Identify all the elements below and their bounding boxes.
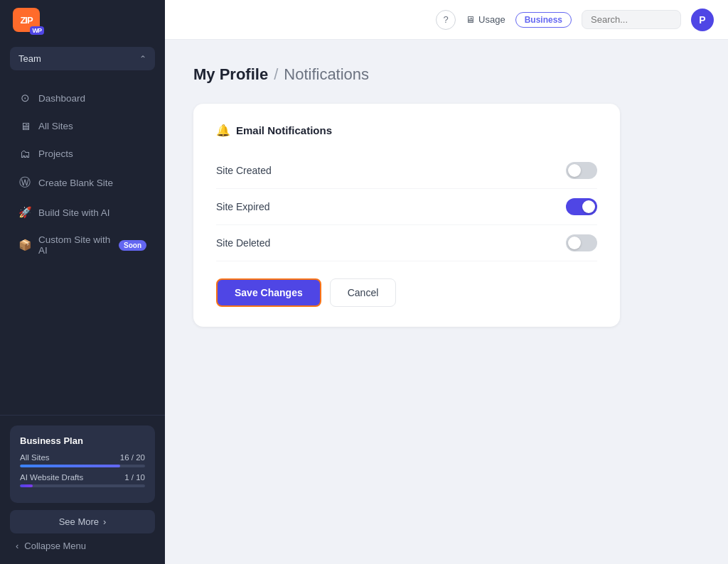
site-expired-toggle-track xyxy=(566,198,597,215)
sidebar-item-build-site-ai[interactable]: 🚀 Build Site with AI xyxy=(6,199,159,226)
breadcrumb-separator: / xyxy=(274,65,278,84)
dashboard-icon: ⊙ xyxy=(18,92,31,104)
soon-badge: Soon xyxy=(119,240,146,251)
all-sites-usage-label: All Sites xyxy=(20,453,50,462)
rocket-icon: 🚀 xyxy=(18,206,31,219)
site-deleted-toggle-thumb xyxy=(568,237,581,249)
cancel-button[interactable]: Cancel xyxy=(330,278,397,307)
plan-badge[interactable]: Business xyxy=(515,12,572,28)
avatar[interactable]: P xyxy=(691,9,714,31)
breadcrumb: My Profile / Notifications xyxy=(193,65,700,84)
sidebar-item-projects[interactable]: 🗂 Projects xyxy=(6,141,159,167)
all-sites-progress-bar xyxy=(20,465,145,467)
section-title: 🔔 Email Notifications xyxy=(216,124,597,137)
page-content: My Profile / Notifications 🔔 Email Notif… xyxy=(165,40,728,564)
team-selector-label: Team xyxy=(18,53,41,64)
logo-wp-badge: WP xyxy=(30,26,45,35)
notification-row-site-expired: Site Expired xyxy=(216,189,597,225)
notifications-card: 🔔 Email Notifications Site Created Site … xyxy=(193,104,620,327)
usage-button[interactable]: 🖥 Usage xyxy=(466,14,505,25)
projects-icon: 🗂 xyxy=(18,148,31,160)
wordpress-icon: Ⓦ xyxy=(18,175,31,190)
breadcrumb-parent: My Profile xyxy=(193,65,268,84)
search-input[interactable] xyxy=(582,10,681,29)
ai-drafts-label: AI Website Drafts xyxy=(20,473,83,482)
business-plan-card: Business Plan All Sites 16 / 20 AI Websi… xyxy=(10,425,155,503)
chevron-down-icon: ⌃ xyxy=(139,54,146,64)
logo-zip-text: ZIP xyxy=(20,15,32,26)
sidebar-item-build-ai-label: Build Site with AI xyxy=(38,207,110,218)
sidebar-item-custom-site-ai[interactable]: 📦 Custom Site with AI Soon xyxy=(6,227,159,263)
sidebar-item-all-sites[interactable]: 🖥 All Sites xyxy=(6,113,159,139)
custom-site-icon: 📦 xyxy=(18,239,31,251)
breadcrumb-current: Notifications xyxy=(284,65,369,84)
sidebar-bottom: Business Plan All Sites 16 / 20 AI Websi… xyxy=(0,415,165,564)
monitor-icon: 🖥 xyxy=(466,14,475,25)
ai-drafts-progress-bar xyxy=(20,484,145,487)
site-expired-label: Site Expired xyxy=(216,201,269,212)
site-created-toggle-thumb xyxy=(568,164,581,177)
sidebar-item-create-blank-label: Create Blank Site xyxy=(38,178,113,188)
ai-drafts-value: 1 / 10 xyxy=(124,473,145,482)
sidebar-item-custom-ai-label: Custom Site with AI xyxy=(38,234,112,256)
usage-label: Usage xyxy=(478,14,505,25)
all-sites-progress-fill xyxy=(20,465,120,467)
notification-row-site-deleted: Site Deleted xyxy=(216,225,597,261)
sidebar-item-create-blank-site[interactable]: Ⓦ Create Blank Site xyxy=(6,168,159,197)
site-expired-toggle-thumb xyxy=(582,200,595,213)
collapse-menu[interactable]: ‹ Collapse Menu xyxy=(10,533,155,554)
see-more-label: See More xyxy=(59,516,99,527)
help-button[interactable]: ? xyxy=(436,10,456,30)
sidebar-item-dashboard-label: Dashboard xyxy=(38,93,85,104)
site-deleted-toggle-track xyxy=(566,234,597,251)
ai-drafts-progress-fill xyxy=(20,484,33,487)
sidebar: ZIP WP Team ⌃ ⊙ Dashboard 🖥 All Sites 🗂 … xyxy=(0,0,165,564)
sidebar-nav: ⊙ Dashboard 🖥 All Sites 🗂 Projects Ⓦ Cre… xyxy=(0,80,165,415)
site-expired-toggle[interactable] xyxy=(566,198,597,215)
arrow-right-icon: › xyxy=(103,516,106,527)
plan-title: Business Plan xyxy=(20,435,145,446)
all-sites-icon: 🖥 xyxy=(18,120,31,132)
bell-icon: 🔔 xyxy=(216,124,230,137)
all-sites-usage-row: All Sites 16 / 20 xyxy=(20,453,145,467)
topbar: ? 🖥 Usage Business P xyxy=(165,0,728,40)
see-more-button[interactable]: See More › xyxy=(10,510,155,533)
site-created-toggle[interactable] xyxy=(566,162,597,179)
sidebar-logo: ZIP WP xyxy=(0,0,165,40)
site-deleted-label: Site Deleted xyxy=(216,237,270,249)
chevron-left-icon: ‹ xyxy=(16,541,18,551)
ai-drafts-usage-row: AI Website Drafts 1 / 10 xyxy=(20,473,145,487)
section-title-label: Email Notifications xyxy=(236,124,332,136)
collapse-menu-label: Collapse Menu xyxy=(24,541,86,551)
sidebar-item-dashboard[interactable]: ⊙ Dashboard xyxy=(6,85,159,112)
site-deleted-toggle[interactable] xyxy=(566,234,597,251)
sidebar-item-all-sites-label: All Sites xyxy=(38,121,73,131)
site-created-label: Site Created xyxy=(216,165,272,176)
sidebar-item-projects-label: Projects xyxy=(38,148,73,159)
notification-row-site-created: Site Created xyxy=(216,153,597,189)
logo-box: ZIP WP xyxy=(13,8,40,32)
save-changes-button[interactable]: Save Changes xyxy=(216,278,321,307)
team-selector[interactable]: Team ⌃ xyxy=(10,47,155,70)
site-created-toggle-track xyxy=(566,162,597,179)
action-buttons: Save Changes Cancel xyxy=(216,278,597,307)
all-sites-usage-value: 16 / 20 xyxy=(120,453,145,462)
main-content: ? 🖥 Usage Business P My Profile / Notifi… xyxy=(165,0,728,564)
